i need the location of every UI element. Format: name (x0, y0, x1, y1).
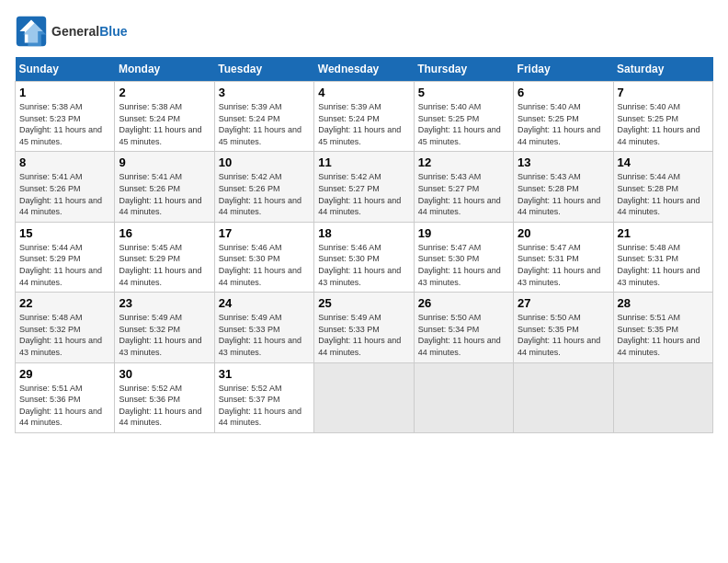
day-number: 27 (518, 296, 609, 310)
day-number: 1 (19, 86, 110, 99)
calendar-day-cell: 9 Sunrise: 5:41 AMSunset: 5:26 PMDayligh… (115, 152, 214, 222)
day-number: 17 (219, 226, 310, 240)
calendar-day-cell: 6 Sunrise: 5:40 AMSunset: 5:25 PMDayligh… (514, 82, 613, 152)
calendar-day-cell: 30 Sunrise: 5:52 AMSunset: 5:36 PMDaylig… (115, 362, 214, 432)
weekday-header: Monday (115, 57, 214, 82)
calendar-day-cell: 31 Sunrise: 5:52 AMSunset: 5:37 PMDaylig… (214, 362, 313, 432)
day-number: 31 (219, 367, 310, 381)
day-info: Sunrise: 5:49 AMSunset: 5:33 PMDaylight:… (318, 312, 409, 358)
day-number: 22 (19, 296, 110, 310)
weekday-header: Thursday (414, 57, 513, 82)
day-number: 9 (119, 155, 210, 169)
day-info: Sunrise: 5:51 AMSunset: 5:36 PMDaylight:… (19, 383, 110, 429)
calendar-day-cell: 10 Sunrise: 5:42 AMSunset: 5:26 PMDaylig… (214, 152, 313, 222)
day-number: 19 (418, 226, 509, 240)
day-info: Sunrise: 5:43 AMSunset: 5:28 PMDaylight:… (518, 171, 609, 217)
calendar-day-cell: 23 Sunrise: 5:49 AMSunset: 5:32 PMDaylig… (115, 293, 214, 362)
calendar-day-cell: 27 Sunrise: 5:50 AMSunset: 5:35 PMDaylig… (514, 293, 613, 362)
day-info: Sunrise: 5:52 AMSunset: 5:37 PMDaylight:… (219, 383, 310, 429)
weekday-header: Sunday (16, 57, 115, 82)
calendar-day-cell: 13 Sunrise: 5:43 AMSunset: 5:28 PMDaylig… (514, 152, 613, 222)
calendar-day-cell (514, 362, 613, 432)
day-number: 14 (618, 155, 709, 169)
day-info: Sunrise: 5:40 AMSunset: 5:25 PMDaylight:… (518, 101, 609, 147)
calendar-day-cell: 2 Sunrise: 5:38 AMSunset: 5:24 PMDayligh… (115, 82, 214, 152)
calendar-day-cell: 18 Sunrise: 5:46 AMSunset: 5:30 PMDaylig… (314, 222, 414, 292)
calendar-week-row: 29 Sunrise: 5:51 AMSunset: 5:36 PMDaylig… (16, 362, 713, 432)
calendar-day-cell: 5 Sunrise: 5:40 AMSunset: 5:25 PMDayligh… (414, 82, 513, 152)
day-info: Sunrise: 5:46 AMSunset: 5:30 PMDaylight:… (318, 242, 409, 288)
day-info: Sunrise: 5:49 AMSunset: 5:32 PMDaylight:… (119, 312, 210, 358)
day-info: Sunrise: 5:52 AMSunset: 5:36 PMDaylight:… (119, 383, 210, 429)
calendar-day-cell: 4 Sunrise: 5:39 AMSunset: 5:24 PMDayligh… (314, 82, 414, 152)
day-number: 15 (19, 226, 110, 240)
day-info: Sunrise: 5:50 AMSunset: 5:35 PMDaylight:… (518, 312, 609, 358)
day-number: 24 (219, 296, 310, 310)
day-info: Sunrise: 5:50 AMSunset: 5:34 PMDaylight:… (418, 312, 509, 358)
calendar-day-cell: 28 Sunrise: 5:51 AMSunset: 5:35 PMDaylig… (613, 293, 712, 362)
weekday-header: Wednesday (314, 57, 414, 82)
day-number: 4 (318, 86, 409, 99)
day-info: Sunrise: 5:42 AMSunset: 5:27 PMDaylight:… (318, 171, 409, 217)
logo-icon (15, 15, 48, 48)
day-info: Sunrise: 5:38 AMSunset: 5:24 PMDaylight:… (119, 101, 210, 147)
day-number: 7 (618, 86, 709, 99)
day-number: 26 (418, 296, 509, 310)
logo-text: GeneralBlue (51, 23, 127, 40)
day-number: 30 (119, 367, 210, 381)
day-info: Sunrise: 5:40 AMSunset: 5:25 PMDaylight:… (418, 101, 509, 147)
calendar-day-cell: 12 Sunrise: 5:43 AMSunset: 5:27 PMDaylig… (414, 152, 513, 222)
day-number: 28 (618, 296, 709, 310)
day-number: 18 (318, 226, 409, 240)
calendar-day-cell (314, 362, 414, 432)
day-info: Sunrise: 5:46 AMSunset: 5:30 PMDaylight:… (219, 242, 310, 288)
day-info: Sunrise: 5:45 AMSunset: 5:29 PMDaylight:… (119, 242, 210, 288)
day-info: Sunrise: 5:49 AMSunset: 5:33 PMDaylight:… (219, 312, 310, 358)
day-number: 8 (19, 155, 110, 169)
day-info: Sunrise: 5:47 AMSunset: 5:30 PMDaylight:… (418, 242, 509, 288)
day-info: Sunrise: 5:44 AMSunset: 5:28 PMDaylight:… (618, 171, 709, 217)
calendar-day-cell: 25 Sunrise: 5:49 AMSunset: 5:33 PMDaylig… (314, 293, 414, 362)
day-number: 6 (518, 86, 609, 99)
weekday-header: Tuesday (214, 57, 313, 82)
day-number: 5 (418, 86, 509, 99)
day-number: 21 (618, 226, 709, 240)
day-number: 20 (518, 226, 609, 240)
day-number: 13 (518, 155, 609, 169)
day-info: Sunrise: 5:48 AMSunset: 5:32 PMDaylight:… (19, 312, 110, 358)
day-number: 2 (119, 86, 210, 99)
day-number: 25 (318, 296, 409, 310)
day-info: Sunrise: 5:44 AMSunset: 5:29 PMDaylight:… (19, 242, 110, 288)
day-info: Sunrise: 5:39 AMSunset: 5:24 PMDaylight:… (318, 101, 409, 147)
calendar-week-row: 8 Sunrise: 5:41 AMSunset: 5:26 PMDayligh… (16, 152, 713, 222)
weekday-header-row: SundayMondayTuesdayWednesdayThursdayFrid… (16, 57, 713, 82)
calendar-day-cell: 22 Sunrise: 5:48 AMSunset: 5:32 PMDaylig… (16, 293, 115, 362)
day-info: Sunrise: 5:41 AMSunset: 5:26 PMDaylight:… (119, 171, 210, 217)
logo: GeneralBlue (15, 15, 127, 48)
calendar-day-cell: 16 Sunrise: 5:45 AMSunset: 5:29 PMDaylig… (115, 222, 214, 292)
day-number: 23 (119, 296, 210, 310)
calendar-day-cell: 8 Sunrise: 5:41 AMSunset: 5:26 PMDayligh… (16, 152, 115, 222)
calendar-week-row: 15 Sunrise: 5:44 AMSunset: 5:29 PMDaylig… (16, 222, 713, 292)
calendar-day-cell: 14 Sunrise: 5:44 AMSunset: 5:28 PMDaylig… (613, 152, 712, 222)
day-info: Sunrise: 5:43 AMSunset: 5:27 PMDaylight:… (418, 171, 509, 217)
day-number: 10 (219, 155, 310, 169)
calendar-day-cell (414, 362, 513, 432)
weekday-header: Saturday (613, 57, 712, 82)
day-info: Sunrise: 5:38 AMSunset: 5:23 PMDaylight:… (19, 101, 110, 147)
day-info: Sunrise: 5:48 AMSunset: 5:31 PMDaylight:… (618, 242, 709, 288)
calendar-week-row: 1 Sunrise: 5:38 AMSunset: 5:23 PMDayligh… (16, 82, 713, 152)
calendar-day-cell: 3 Sunrise: 5:39 AMSunset: 5:24 PMDayligh… (214, 82, 313, 152)
calendar-day-cell: 1 Sunrise: 5:38 AMSunset: 5:23 PMDayligh… (16, 82, 115, 152)
day-number: 16 (119, 226, 210, 240)
day-info: Sunrise: 5:40 AMSunset: 5:25 PMDaylight:… (618, 101, 709, 147)
calendar-day-cell: 29 Sunrise: 5:51 AMSunset: 5:36 PMDaylig… (16, 362, 115, 432)
day-info: Sunrise: 5:39 AMSunset: 5:24 PMDaylight:… (219, 101, 310, 147)
weekday-header: Friday (514, 57, 613, 82)
day-info: Sunrise: 5:47 AMSunset: 5:31 PMDaylight:… (518, 242, 609, 288)
day-number: 3 (219, 86, 310, 99)
calendar-day-cell: 24 Sunrise: 5:49 AMSunset: 5:33 PMDaylig… (214, 293, 313, 362)
day-number: 12 (418, 155, 509, 169)
page-header: GeneralBlue (15, 15, 713, 48)
day-number: 29 (19, 367, 110, 381)
